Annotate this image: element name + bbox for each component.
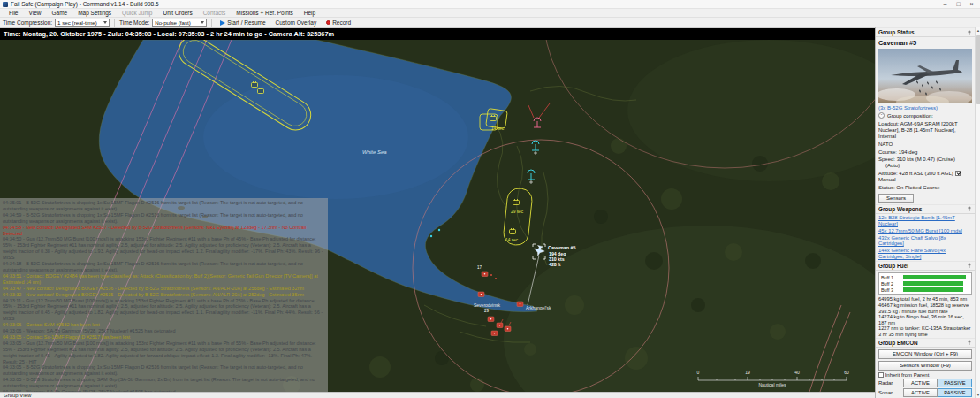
course-text: Course: 194 deg: [876, 149, 975, 156]
pin-icon[interactable]: [967, 30, 972, 35]
log-entry: 04:33:32 - New contact! Designated BOGEY…: [3, 292, 325, 298]
scale-tick: 19: [745, 370, 750, 375]
fuel-bar: [903, 275, 970, 279]
unit-photo: [878, 49, 972, 103]
time-compression-label: Time Compression:: [3, 19, 52, 26]
log-entry: 04:33:06 - Weapon: SA-5b Gammon [5V28, 2…: [3, 328, 325, 334]
weapons-list: 12x B28 Strategic Bomb [1.45mT Nuclear]4…: [876, 215, 975, 259]
fuel-info-line: 14274 kg to Bingo fuel, 36 min 16 sec, 1…: [876, 314, 975, 325]
unit-type-link[interactable]: (3x B-52G Stratofortress): [876, 104, 975, 111]
sea-label: White Sea: [362, 149, 387, 155]
time-mode-select[interactable]: No-pulse (fast): [152, 19, 207, 27]
log-entry: 04:34:50 - Gun (12.7mm/50 MG Burst [100 …: [3, 236, 325, 261]
menu-item-contacts: Contacts: [198, 9, 232, 17]
fuel-row: Buff 2: [880, 280, 970, 287]
emcon-rows: RadarACTIVEPASSIVESonarACTIVEPASSIVEOECM…: [876, 379, 975, 398]
pin-icon[interactable]: [967, 340, 972, 345]
city-label-severodvinsk: Severodvinsk: [474, 302, 501, 308]
group-weapons-header[interactable]: Group Weapons: [876, 204, 975, 214]
emcon-row: SonarACTIVEPASSIVE: [878, 388, 972, 397]
inherit-from-parent-checkbox[interactable]: [878, 372, 884, 378]
log-entry: 04:33:47 - New contact! Designated BOGEY…: [3, 286, 325, 292]
sidebar: Group Status Caveman #5: [875, 27, 975, 398]
expand-icon[interactable]: ˇ: [878, 112, 885, 119]
sonar-active-button[interactable]: ACTIVE: [903, 388, 938, 397]
time-compression-select[interactable]: 1 sec (real-time): [55, 19, 110, 27]
scrollbar-thumb[interactable]: [976, 35, 980, 104]
emcon-sensor-label: Sonar: [878, 388, 903, 397]
log-entry: 04:33:05 - B-52G Stratofortress is dropp…: [3, 377, 325, 389]
scroll-down-icon[interactable]: ▼: [976, 392, 980, 398]
group-fuel-header[interactable]: Group Fuel: [876, 261, 975, 271]
menu-item-unit-orders[interactable]: Unit Orders: [157, 9, 197, 17]
city-label-arkhangelsk: Arkhangel'sk: [526, 305, 551, 310]
record-icon: [326, 20, 330, 25]
scale-tick: 60: [844, 370, 849, 375]
weapon-link[interactable]: 432x Generic Chaff Salvo [8x Cartridges]: [876, 235, 975, 247]
menu-item-view[interactable]: View: [23, 9, 46, 17]
fuel-row: Buff 1: [880, 274, 970, 280]
inherit-from-parent-label: Inherit from Parent: [885, 372, 930, 378]
weapon-link[interactable]: 45x 12.7mm/50 MG Burst [100 rnds]: [876, 228, 975, 233]
emcon-row: RadarACTIVEPASSIVE: [878, 379, 972, 387]
pin-icon[interactable]: [967, 263, 972, 268]
unit-label-altitude: 428 ft: [549, 262, 561, 267]
fuel-info-line: 3 hr 35 min flying time: [876, 332, 975, 338]
emcon-sensor-label: Radar: [878, 379, 903, 387]
unit-label-name: Caveman #5: [548, 245, 575, 250]
start-resume-button[interactable]: Start / Resume: [217, 18, 269, 27]
play-icon: [220, 20, 225, 26]
time-compression-value: 1 sec (real-time): [57, 19, 97, 26]
fuel-unit-name: Buff 1: [880, 275, 903, 280]
log-entry: 04:33:51 - Contact: BOGEY #2484 has been…: [3, 273, 325, 286]
record-button[interactable]: Record: [323, 18, 354, 27]
log-entry: 04:34:53 - New contact! Designated SAM #…: [3, 225, 325, 237]
menu-item-missions-ref-points[interactable]: Missions + Ref. Points: [231, 9, 298, 17]
menu-item-help[interactable]: Help: [299, 9, 321, 17]
radar-active-button[interactable]: ACTIVE: [903, 379, 938, 387]
fuel-info-line: 1227 nm to tanker: KC-135A Stratotanker: [876, 325, 975, 332]
time-mode-value: No-pulse (fast): [155, 19, 191, 26]
maximize-button[interactable]: □: [952, 0, 965, 9]
custom-overlay-button[interactable]: Custom Overlay: [272, 18, 321, 27]
message-log[interactable]: 04:35:01 - B-52G Stratofortress is dropp…: [0, 198, 328, 394]
sidebar-scrollbar[interactable]: ▲ ▼: [975, 27, 980, 398]
sensors-window-button[interactable]: Sensors Window (F9): [878, 361, 972, 371]
radar-passive-button[interactable]: PASSIVE: [938, 379, 972, 387]
pin-icon[interactable]: [967, 206, 972, 211]
minimize-button[interactable]: –: [938, 0, 952, 9]
group-name: Caveman #5: [876, 37, 975, 48]
menu-item-map-settings[interactable]: Map Settings: [72, 9, 117, 17]
fuel-row: Buff 3: [880, 287, 970, 293]
fuel-gauge-box: Buff 1Buff 2Buff 3: [878, 272, 972, 295]
group-emcon-header[interactable]: Group EMCON: [876, 338, 975, 348]
log-entry: 04:33:05 - Gun (12.7mm/50 MG Burst [100 …: [3, 341, 325, 365]
emcon-window-button[interactable]: EMCON Window (Ctrl + F9): [878, 349, 972, 359]
chevron-down-icon: [103, 21, 107, 24]
group-composition-label[interactable]: Group composition:: [887, 113, 933, 119]
menu-item-quick-jump: Quick Jump: [117, 9, 157, 17]
b52-silhouette: [891, 60, 962, 76]
fuel-info-line: 64995 kg total fuel, 2 hr 45 min, 853 nm: [876, 296, 975, 302]
group-status-header[interactable]: Group Status: [876, 27, 975, 37]
log-entry: 04:33:11 - Gun (12.7mm/50 MG Burst [100 …: [3, 298, 325, 323]
close-button[interactable]: ×: [965, 0, 978, 9]
menu-item-game[interactable]: Game: [46, 9, 72, 17]
time-status-bar: Time: Montag, 20. Oktober 1975 - Zulu: 0…: [0, 28, 875, 40]
sonar-passive-button[interactable]: PASSIVE: [938, 388, 972, 397]
log-entry: 04:33:05 - B-52G Stratofortress is dropp…: [3, 364, 325, 377]
sensors-button[interactable]: Sensors: [878, 194, 914, 203]
scale-tick: 40: [794, 370, 800, 375]
manual-altitude-checkbox[interactable]: [955, 171, 961, 176]
scroll-up-icon[interactable]: ▲: [976, 27, 980, 34]
status-bar: Group View: [0, 392, 875, 398]
status-bar-text: Group View: [4, 393, 31, 398]
contact-number: 17: [477, 265, 482, 270]
log-entry: 04:33:05 - Contact Su-15MF Flagon D #251…: [3, 334, 325, 341]
menu-item-file[interactable]: File: [4, 9, 23, 17]
weapon-link[interactable]: 12x B28 Strategic Bomb [1.45mT Nuclear]: [876, 215, 975, 226]
contact-number: 29: [484, 309, 490, 313]
weapon-link[interactable]: 144x Generic Flare Salvo [4x Cartridges,…: [876, 248, 975, 259]
log-entry: 04:34:18 - B-52G Stratofortress is dropp…: [3, 261, 325, 273]
scale-tick: 0: [697, 370, 700, 375]
